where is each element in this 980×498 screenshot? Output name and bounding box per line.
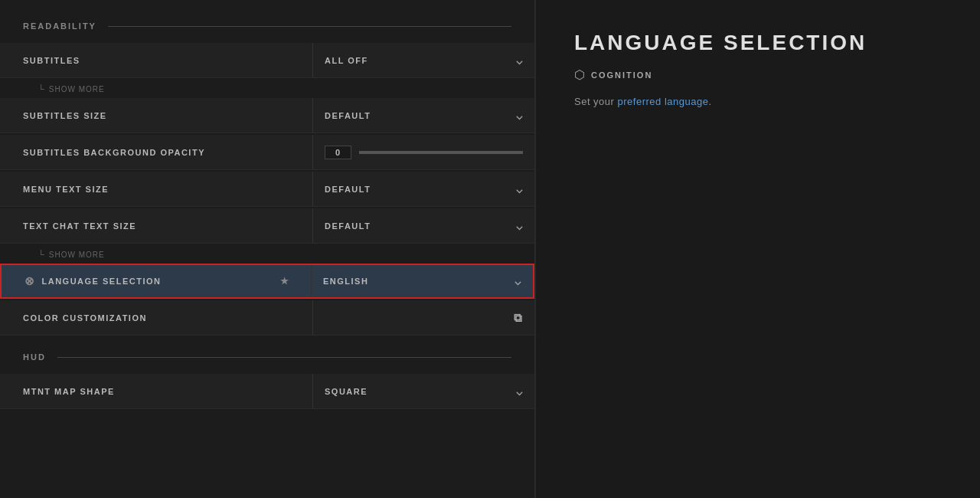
main-container: READABILITY SUBTITLES ALL OFF ⌵ └ SHOW M…: [0, 0, 980, 498]
description-link[interactable]: preferred language: [618, 96, 709, 107]
minimap-shape-value: SQUARE ⌵: [312, 374, 534, 408]
show-more-2-row[interactable]: └ SHOW MORE: [0, 245, 534, 264]
cognition-icon: ⬡: [574, 67, 585, 82]
text-chat-text-size-value: DEFAULT ⌵: [312, 208, 534, 243]
show-more-1-prefix-icon: └: [38, 84, 44, 93]
cognition-label: COGNITION: [591, 70, 652, 80]
subtitles-bg-opacity-label: SUBTITLES BACKGROUND OPACITY: [0, 148, 312, 157]
menu-text-size-chevron-icon: ⌵: [516, 183, 524, 195]
hud-section-header: HUD: [0, 346, 534, 368]
hud-divider: [57, 357, 511, 358]
minimap-shape-row[interactable]: MTNT MAP SHAPE SQUARE ⌵: [0, 374, 534, 409]
subtitles-size-chevron-icon: ⌵: [516, 110, 524, 122]
description-prefix: Set your: [574, 96, 618, 107]
subtitles-row[interactable]: SUBTITLES ALL OFF ⌵: [0, 43, 534, 78]
readability-section-header: READABILITY: [0, 15, 534, 37]
readability-divider: [108, 26, 511, 27]
readability-label: READABILITY: [23, 21, 96, 31]
language-selection-row[interactable]: ⊗ LANGUAGE SELECTION ★ ENGLISH ⌵: [0, 264, 534, 299]
text-chat-text-size-row[interactable]: TEXT CHAT TEXT SIZE DEFAULT ⌵: [0, 208, 534, 244]
hud-section: HUD MTNT MAP SHAPE SQUARE ⌵: [0, 346, 534, 409]
text-chat-text-size-chevron-icon: ⌵: [516, 220, 524, 232]
info-title: LANGUAGE SELECTION: [574, 31, 949, 55]
show-more-2-prefix-icon: └: [38, 250, 44, 259]
menu-text-size-label: MENU TEXT SIZE: [0, 185, 312, 194]
language-star-icon: ★: [280, 276, 290, 287]
subtitles-bg-opacity-slider[interactable]: [359, 151, 523, 154]
show-more-2-label: SHOW MORE: [49, 251, 105, 259]
show-more-1-label: SHOW MORE: [49, 85, 105, 93]
hud-label: HUD: [23, 352, 46, 362]
menu-text-size-row[interactable]: MENU TEXT SIZE DEFAULT ⌵: [0, 172, 534, 207]
subtitles-bg-opacity-value: 0: [312, 135, 534, 169]
color-customization-external-icon: ⧉: [514, 311, 524, 325]
right-panel: LANGUAGE SELECTION ⬡ COGNITION Set your …: [536, 0, 980, 498]
subtitles-value: ALL OFF ⌵: [312, 43, 534, 77]
cognition-badge: ⬡ COGNITION: [574, 67, 949, 82]
color-customization-label: COLOR CUSTOMIZATION: [0, 313, 312, 323]
left-panel: READABILITY SUBTITLES ALL OFF ⌵ └ SHOW M…: [0, 0, 536, 498]
language-selection-chevron-icon: ⌵: [514, 275, 522, 287]
subtitles-bg-opacity-row[interactable]: SUBTITLES BACKGROUND OPACITY 0: [0, 135, 534, 170]
color-customization-row[interactable]: COLOR CUSTOMIZATION ⧉: [0, 300, 534, 336]
text-chat-text-size-label: TEXT CHAT TEXT SIZE: [0, 221, 312, 231]
language-selection-value: ENGLISH ⌵: [311, 265, 533, 297]
subtitles-size-label: SUBTITLES SIZE: [0, 111, 312, 120]
minimap-shape-label: MTNT MAP SHAPE: [0, 387, 312, 396]
description-suffix: .: [708, 96, 711, 107]
language-selection-label: ⊗ LANGUAGE SELECTION ★: [2, 274, 311, 288]
menu-text-size-value: DEFAULT ⌵: [312, 172, 534, 206]
subtitles-size-row[interactable]: SUBTITLES SIZE DEFAULT ⌵: [0, 98, 534, 133]
subtitles-bg-opacity-number: 0: [325, 146, 351, 159]
minimap-shape-chevron-icon: ⌵: [516, 385, 524, 398]
language-close-icon: ⊗: [24, 274, 36, 288]
subtitles-chevron-icon: ⌵: [516, 54, 524, 67]
color-customization-value: ⧉: [312, 300, 534, 335]
subtitles-label: SUBTITLES: [0, 56, 312, 65]
subtitles-size-value: DEFAULT ⌵: [312, 98, 534, 133]
info-description: Set your preferred language.: [574, 94, 949, 110]
show-more-1-row[interactable]: └ SHOW MORE: [0, 80, 534, 98]
